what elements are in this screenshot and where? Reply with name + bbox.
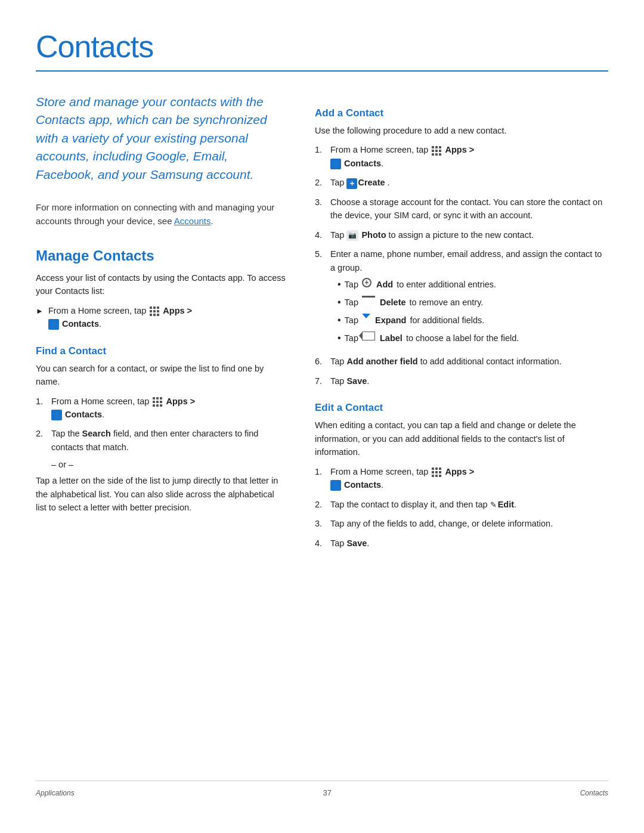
add-step-num-5: 5.: [315, 247, 326, 349]
edit-step-3: 3. Tap any of the fields to add, change,…: [315, 517, 608, 530]
edit-contact-intro: When editing a contact, you can tap a fi…: [315, 419, 608, 459]
delete-line-icon: [362, 296, 375, 298]
add-step-3-content: Choose a storage account for the contact…: [330, 196, 608, 222]
photo-icon: 📷: [346, 230, 358, 241]
left-column: Store and manage your contacts with the …: [36, 93, 286, 781]
bullet-label: Tap Label to choose a label for the fiel…: [338, 332, 608, 346]
contacts-icon-3: 👤: [330, 159, 341, 169]
accounts-link[interactable]: Accounts: [174, 216, 211, 226]
add-step-num-1: 1.: [315, 143, 326, 170]
footer-left: Applications: [36, 789, 75, 797]
add-steps-list: 1. From a Home screen, tap Apps > 👤 Cont…: [315, 143, 608, 388]
find-step-2-content: Tap the Search field, and then enter cha…: [51, 427, 286, 454]
add-step-1: 1. From a Home screen, tap Apps > 👤 Cont…: [315, 143, 608, 170]
manage-step-text: From a Home screen, tap Apps > 👤 Contact…: [48, 304, 192, 331]
add-step-num-6: 6.: [315, 355, 326, 368]
or-text: – or –: [51, 460, 286, 469]
add-step-6-content: Tap Add another field to add additional …: [330, 355, 608, 368]
edit-step-4: 4. Tap Save.: [315, 537, 608, 550]
footer-page-number: 37: [323, 788, 331, 797]
apps-grid-icon-2: [153, 397, 162, 407]
bullet-add: Tap +Add to enter additional entries.: [338, 278, 608, 292]
intro-italic: Store and manage your contacts with the …: [36, 93, 286, 184]
add-step-7-content: Tap Save.: [330, 374, 608, 388]
add-step-5-bullets: Tap +Add to enter additional entries. Ta…: [330, 278, 608, 345]
find-steps-list: 1. From a Home screen, tap Apps > 👤 Cont…: [36, 395, 286, 454]
edit-pencil-icon: ✎: [490, 499, 497, 511]
add-step-2: 2. Tap +Create .: [315, 176, 608, 189]
add-step-1-content: From a Home screen, tap Apps > 👤 Contact…: [330, 143, 608, 170]
footer-right: Contacts: [580, 789, 608, 797]
contacts-icon-2: 👤: [51, 410, 62, 420]
find-step-1: 1. From a Home screen, tap Apps > 👤 Cont…: [36, 395, 286, 422]
intro-body-text: For more information on connecting with …: [36, 202, 274, 226]
step-num-2: 2.: [36, 427, 47, 454]
apps-grid-icon-4: [432, 467, 441, 477]
edit-step-num-2: 2.: [315, 498, 326, 511]
right-column: Add a Contact Use the following procedur…: [315, 93, 608, 781]
apps-grid-icon: [150, 306, 159, 316]
add-step-4: 4. Tap 📷 Photo to assign a picture to th…: [315, 228, 608, 241]
manage-contacts-body: Access your list of contacts by using th…: [36, 271, 286, 298]
contacts-icon: 👤: [48, 319, 59, 330]
tap-letter-text: Tap a letter on the side of the list to …: [36, 474, 286, 514]
edit-steps-list: 1. From a Home screen, tap Apps > 👤 Cont…: [315, 465, 608, 550]
add-step-5-content: Enter a name, phone number, email addres…: [330, 247, 608, 349]
add-step-num-4: 4.: [315, 228, 326, 241]
add-step-num-2: 2.: [315, 176, 326, 189]
bullet-expand: Tap Expand for additional fields.: [338, 314, 608, 328]
edit-step-1-content: From a Home screen, tap Apps > 👤 Contact…: [330, 465, 608, 492]
add-step-3: 3. Choose a storage account for the cont…: [315, 196, 608, 222]
find-contact-heading: Find a Contact: [36, 345, 286, 357]
manage-contacts-step: ► From a Home screen, tap Apps > 👤 Conta…: [36, 304, 286, 331]
step-num-1: 1.: [36, 395, 47, 422]
apps-grid-icon-3: [432, 146, 441, 156]
page-title: Contacts: [36, 29, 608, 64]
label-tag-icon: [362, 332, 375, 340]
add-step-4-content: Tap 📷 Photo to assign a picture to the n…: [330, 228, 608, 241]
content-area: Store and manage your contacts with the …: [36, 93, 608, 781]
edit-contact-heading: Edit a Contact: [315, 402, 608, 414]
add-circle-icon: +: [362, 278, 371, 287]
add-step-2-content: Tap +Create .: [330, 176, 608, 189]
expand-chevron-icon: [362, 314, 370, 318]
edit-step-2: 2. Tap the contact to display it, and th…: [315, 498, 608, 511]
title-divider: [36, 70, 608, 72]
edit-step-3-content: Tap any of the fields to add, change, or…: [330, 517, 608, 530]
page-footer: Applications 37 Contacts: [36, 781, 608, 797]
add-step-6: 6. Tap Add another field to add addition…: [315, 355, 608, 368]
edit-step-num-3: 3.: [315, 517, 326, 530]
find-step-1-content: From a Home screen, tap Apps > 👤 Contact…: [51, 395, 286, 422]
edit-step-num-1: 1.: [315, 465, 326, 492]
edit-step-num-4: 4.: [315, 537, 326, 550]
add-step-num-7: 7.: [315, 374, 326, 388]
edit-step-4-content: Tap Save.: [330, 537, 608, 550]
manage-contacts-heading: Manage Contacts: [36, 247, 286, 264]
edit-step-2-content: Tap the contact to display it, and then …: [330, 498, 608, 511]
contacts-icon-4: 👤: [330, 480, 341, 491]
find-step-2: 2. Tap the Search field, and then enter …: [36, 427, 286, 454]
find-contact-body: You can search for a contact, or swipe t…: [36, 362, 286, 389]
page: Contacts Store and manage your contacts …: [0, 0, 644, 833]
arrow-icon: ►: [36, 305, 44, 317]
intro-para: For more information on connecting with …: [36, 200, 286, 228]
add-contact-intro: Use the following procedure to add a new…: [315, 124, 608, 137]
add-step-7: 7. Tap Save.: [315, 374, 608, 388]
edit-step-1: 1. From a Home screen, tap Apps > 👤 Cont…: [315, 465, 608, 492]
bullet-delete: Tap Delete to remove an entry.: [338, 296, 608, 310]
add-step-num-3: 3.: [315, 196, 326, 222]
add-contact-heading: Add a Contact: [315, 107, 608, 119]
create-plus-icon: +: [346, 178, 357, 189]
add-step-5: 5. Enter a name, phone number, email add…: [315, 247, 608, 349]
